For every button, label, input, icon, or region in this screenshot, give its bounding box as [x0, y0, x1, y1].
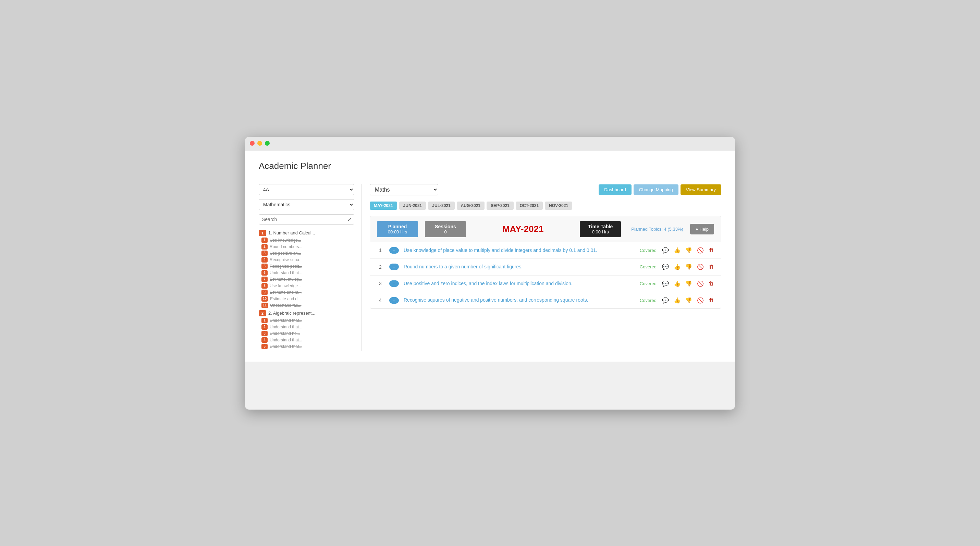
item-label: Understand ho...: [270, 331, 300, 336]
help-button[interactable]: ● Help: [690, 224, 714, 234]
thumbs-down-button[interactable]: 👎: [685, 264, 693, 270]
list-item: 5 Understand that...: [261, 344, 354, 349]
list-item: 10 Estimate and d...: [261, 296, 354, 302]
topic-actions: 💬 👍 👎 🚫 🗑: [661, 280, 715, 287]
main-area: Maths Science English Dashboard Change M…: [361, 184, 721, 351]
current-month-title: MAY-2021: [473, 224, 573, 234]
item-label: Use knowledge...: [270, 238, 301, 243]
list-item: 3 Understand ho...: [261, 331, 354, 336]
item-label: Understand that...: [270, 337, 302, 342]
section-label-1: 1. Number and Calcul...: [268, 230, 315, 236]
item-badge: 7: [261, 277, 267, 282]
item-badge: 4: [261, 337, 267, 343]
thumbs-up-button[interactable]: 👍: [673, 247, 681, 254]
topic-text: Use knowledge of place value to multiply…: [404, 247, 628, 254]
item-badge: 2: [261, 244, 267, 250]
thumbs-up-button[interactable]: 👍: [673, 297, 681, 304]
tab-sep-2021[interactable]: SEP-2021: [487, 202, 514, 210]
tab-oct-2021[interactable]: OCT-2021: [516, 202, 543, 210]
list-item: 1 Use knowledge...: [261, 237, 354, 243]
section-badge-2: 2: [259, 310, 266, 316]
planner-card: Planned 00:00 Hrs Sessions 0 MAY-2021 Ti…: [370, 216, 721, 309]
tab-may-2021[interactable]: MAY-2021: [370, 202, 397, 210]
tab-jul-2021[interactable]: JUL-2021: [428, 202, 454, 210]
subject-select[interactable]: Mathematics Science English: [259, 199, 354, 210]
topic-text: Use positive and zero indices, and the i…: [404, 280, 628, 287]
comment-button[interactable]: 💬: [661, 280, 670, 287]
block-button[interactable]: 🚫: [696, 297, 705, 304]
tab-nov-2021[interactable]: NOV-2021: [545, 202, 572, 210]
delete-button[interactable]: 🗑: [708, 280, 715, 287]
item-badge: 1: [261, 318, 267, 323]
thumbs-up-button[interactable]: 👍: [673, 280, 681, 287]
sessions-label: Sessions: [431, 224, 460, 229]
topic-toggle-button[interactable]: -: [389, 297, 399, 304]
delete-button[interactable]: 🗑: [708, 247, 715, 253]
section-label-2: 2. Algebraic represent...: [268, 310, 315, 316]
list-item: 1 Understand that...: [261, 318, 354, 323]
tab-aug-2021[interactable]: AUG-2021: [457, 202, 485, 210]
delete-button[interactable]: 🗑: [708, 264, 715, 270]
topic-actions: 💬 👍 👎 🚫 🗑: [661, 297, 715, 304]
thumbs-up-button[interactable]: 👍: [673, 264, 681, 270]
thumbs-down-button[interactable]: 👎: [685, 280, 693, 287]
item-label: Recognise squa...: [270, 258, 302, 262]
timetable-box: Time Table 0:00 Hrs: [580, 221, 621, 237]
table-row: 3 - Use positive and zero indices, and t…: [370, 275, 721, 292]
tree-section-2: 2 2. Algebraic represent... 1 Understand…: [259, 310, 354, 349]
topic-status: Covered: [633, 298, 657, 303]
close-button[interactable]: [250, 141, 255, 146]
topic-text: Recognise squares of negative and positi…: [404, 297, 628, 304]
expand-icon[interactable]: ⤢: [347, 216, 352, 222]
block-button[interactable]: 🚫: [696, 264, 705, 270]
class-select[interactable]: 4A 4B 5A: [259, 184, 354, 195]
thumbs-down-button[interactable]: 👎: [685, 297, 693, 304]
tree-container: 1 1. Number and Calcul... 1 Use knowledg…: [259, 230, 354, 351]
tree-section-header-1: 1 1. Number and Calcul...: [259, 230, 354, 236]
comment-button[interactable]: 💬: [661, 264, 670, 270]
change-mapping-button[interactable]: Change Mapping: [633, 185, 678, 195]
item-badge: 3: [261, 331, 267, 336]
topic-number: 4: [376, 298, 385, 303]
app-title: Academic Planner: [259, 161, 721, 171]
topic-toggle-button[interactable]: -: [389, 247, 399, 254]
thumbs-down-button[interactable]: 👎: [685, 247, 693, 254]
item-label: Understand that...: [270, 271, 302, 275]
tab-jun-2021[interactable]: JUN-2021: [399, 202, 426, 210]
item-badge: 5: [261, 344, 267, 349]
app-content: Academic Planner 4A 4B 5A Mathematics Sc…: [245, 150, 735, 361]
item-label: Estimate, multip...: [270, 277, 302, 282]
item-badge: 1: [261, 237, 267, 243]
tree-items-1: 1 Use knowledge... 2 Round numbers... 3 …: [259, 237, 354, 308]
dashboard-button[interactable]: Dashboard: [599, 185, 632, 195]
table-row: 2 - Round numbers to a given number of s…: [370, 259, 721, 275]
maximize-button[interactable]: [265, 141, 270, 146]
item-label: Use positive an...: [270, 251, 301, 256]
comment-button[interactable]: 💬: [661, 247, 670, 254]
sessions-value: 0: [431, 229, 460, 234]
timetable-label: Time Table: [586, 224, 615, 229]
topic-toggle-button[interactable]: -: [389, 280, 399, 287]
planned-label: Planned: [383, 224, 412, 229]
list-item: 8 Use knowledge...: [261, 283, 354, 288]
subject-dropdown[interactable]: Maths Science English: [370, 184, 438, 195]
comment-button[interactable]: 💬: [661, 297, 670, 304]
item-badge: 3: [261, 250, 267, 256]
table-row: 4 - Recognise squares of negative and po…: [370, 292, 721, 309]
block-button[interactable]: 🚫: [696, 247, 705, 254]
search-input[interactable]: [259, 214, 354, 224]
topic-text: Round numbers to a given number of signi…: [404, 264, 628, 271]
section-badge-1: 1: [259, 230, 266, 236]
sessions-box: Sessions 0: [425, 221, 466, 237]
topic-toggle-button[interactable]: -: [389, 264, 399, 270]
app-divider: [259, 177, 721, 177]
view-summary-button[interactable]: View Summary: [681, 185, 721, 195]
item-label: Understand that...: [270, 318, 302, 323]
delete-button[interactable]: 🗑: [708, 297, 715, 303]
block-button[interactable]: 🚫: [696, 280, 705, 287]
item-badge: 6: [261, 270, 267, 275]
minimize-button[interactable]: [257, 141, 262, 146]
tree-items-2: 1 Understand that... 2 Understand that..…: [259, 318, 354, 349]
item-label: Round numbers...: [270, 244, 302, 249]
timetable-value: 0:00 Hrs: [586, 229, 615, 234]
